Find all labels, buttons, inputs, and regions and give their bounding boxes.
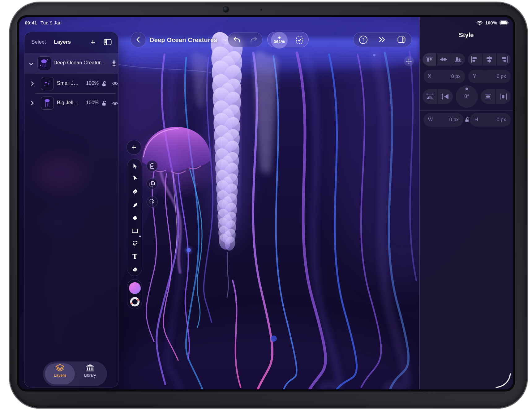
layer-thumbnail-art: [41, 97, 53, 109]
rotation-dial-handle[interactable]: [466, 88, 468, 90]
paste-style-button[interactable]: [147, 196, 158, 207]
align-middle-button[interactable]: [437, 53, 450, 66]
document-title-menu[interactable]: Deep Ocean Creatures: [150, 35, 230, 45]
align-left-button[interactable]: [468, 53, 482, 66]
library-icon: [85, 364, 95, 372]
double-chevron-icon: [378, 36, 386, 43]
aspect-lock-button[interactable]: [465, 117, 470, 124]
copy-button[interactable]: [147, 178, 158, 189]
width-field[interactable]: W 0 px: [423, 113, 463, 127]
collapse-chevron[interactable]: [29, 61, 34, 67]
flip-horizontal-button[interactable]: [423, 89, 437, 104]
panel-mode-switch: Layers Library: [43, 361, 107, 386]
canvas-move-pad[interactable]: [404, 56, 414, 66]
right-toolbar-pill: ?: [353, 32, 412, 47]
status-date: Tue 9 Jan: [41, 20, 62, 26]
undo-button[interactable]: [233, 37, 241, 43]
stroke-color-swatch[interactable]: [130, 296, 140, 307]
pen-nib-icon: [132, 188, 138, 195]
flip-vertical-icon: [441, 93, 450, 100]
y-position-field[interactable]: Y 0 px: [468, 70, 511, 83]
lock-open-icon: [102, 100, 107, 106]
lock-button[interactable]: [102, 81, 107, 88]
expand-chevron[interactable]: [31, 81, 34, 87]
layer-row-document[interactable]: Deep Ocean Creatur…: [24, 53, 118, 74]
align-top-button[interactable]: [423, 53, 436, 66]
tool-column: T: [127, 158, 142, 276]
align-bottom-button[interactable]: [451, 53, 465, 66]
download-icon: [111, 60, 117, 67]
document-thumbnail[interactable]: [37, 56, 51, 70]
visibility-button[interactable]: [112, 101, 118, 107]
zoom-level: 361%: [274, 39, 285, 44]
help-button[interactable]: ?: [359, 36, 367, 44]
add-shape-button[interactable]: +: [127, 140, 141, 155]
tab-layers[interactable]: Layers: [54, 39, 71, 45]
zoom-level-button[interactable]: 361%: [271, 32, 288, 49]
align-vertical-group: [423, 53, 465, 66]
mode-layers-button[interactable]: Layers: [46, 364, 74, 378]
tab-select[interactable]: Select: [31, 39, 46, 45]
text-tool-icon: T: [131, 253, 138, 260]
rotation-dial[interactable]: 0°: [456, 85, 478, 108]
layer-thumbnail[interactable]: [41, 97, 54, 110]
lock-button[interactable]: [102, 100, 107, 107]
align-bottom-icon: [454, 56, 462, 63]
lock-open-icon: [102, 81, 107, 87]
layer-row-small-jellyfish[interactable]: Small J… 100%: [24, 74, 118, 93]
fill-color-swatch[interactable]: [129, 282, 141, 294]
mode-layers-label: Layers: [54, 373, 66, 378]
height-field[interactable]: H 0 px: [470, 113, 511, 127]
text-tool[interactable]: T: [127, 251, 142, 262]
lasso-tool[interactable]: [127, 237, 142, 249]
mode-library-button[interactable]: Library: [76, 364, 104, 378]
node-tool[interactable]: [127, 172, 142, 184]
distribute-horizontal-button[interactable]: [496, 89, 511, 104]
layer-row-big-jellyfish[interactable]: Big Jell… 100%: [24, 94, 118, 113]
align-center-icon: [485, 56, 494, 63]
distribute-vertical-icon: [484, 93, 492, 100]
brush-tool[interactable]: [127, 212, 142, 223]
layer-thumbnail[interactable]: [41, 77, 54, 90]
expand-button[interactable]: [378, 36, 386, 43]
distribute-group: [481, 89, 511, 104]
align-center-button[interactable]: [483, 53, 496, 66]
redo-button[interactable]: [250, 37, 258, 43]
add-layer-button[interactable]: +: [91, 38, 95, 46]
align-right-button[interactable]: [497, 53, 511, 66]
flip-vertical-button[interactable]: [438, 89, 453, 104]
toggle-right-panel-button[interactable]: [397, 36, 406, 43]
x-position-field[interactable]: X 0 px: [423, 70, 465, 83]
layers-panel-header: Select Layers +: [24, 32, 118, 52]
expand-chevron[interactable]: [31, 101, 34, 107]
shape-tool[interactable]: [127, 225, 142, 237]
text-tool-glyph: T: [132, 253, 137, 260]
pen-tool[interactable]: [127, 186, 142, 197]
toggle-left-panel-button[interactable]: [103, 38, 112, 46]
h-value: 0 px: [497, 117, 506, 123]
h-label: H: [474, 117, 478, 123]
rectangle-icon: [131, 228, 138, 234]
layer-opacity[interactable]: 100%: [79, 100, 99, 106]
redo-icon: [250, 37, 258, 43]
paste-button[interactable]: [147, 160, 158, 171]
corner-curl[interactable]: [495, 373, 512, 389]
back-button[interactable]: [131, 32, 146, 47]
distribute-vertical-button[interactable]: [481, 89, 496, 104]
align-right-icon: [500, 56, 508, 63]
eraser-tool[interactable]: [127, 263, 142, 275]
color-well: [127, 279, 142, 309]
chevron-right-icon: [31, 81, 34, 86]
select-tool[interactable]: [127, 160, 142, 172]
align-middle-icon: [439, 56, 448, 63]
chevron-down-icon: [29, 63, 34, 66]
download-button[interactable]: [111, 60, 117, 68]
document-thumbnail-art: [38, 57, 50, 69]
select-all-button[interactable]: [295, 36, 304, 45]
style-panel-title: Style: [420, 32, 513, 39]
pencil-tool[interactable]: [127, 199, 142, 211]
visibility-button[interactable]: [112, 81, 118, 87]
copy-pages-icon: [149, 181, 155, 187]
chevron-right-icon: [31, 101, 34, 106]
layer-opacity[interactable]: 100%: [79, 80, 99, 86]
